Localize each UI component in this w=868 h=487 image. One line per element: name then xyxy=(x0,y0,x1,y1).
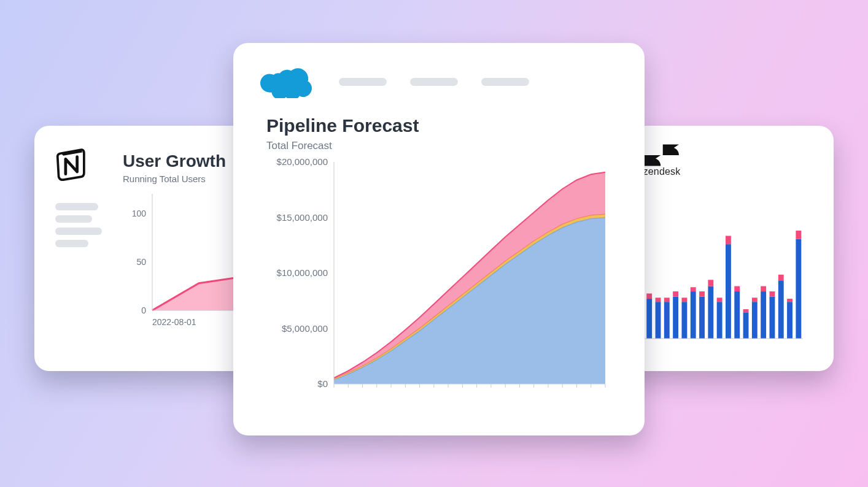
svg-rect-45 xyxy=(681,302,687,339)
svg-rect-44 xyxy=(673,291,678,297)
svg-rect-64 xyxy=(761,286,766,292)
tab-bar xyxy=(339,78,529,86)
svg-rect-53 xyxy=(717,302,723,339)
svg-rect-56 xyxy=(726,236,731,245)
svg-rect-41 xyxy=(664,302,670,339)
svg-rect-42 xyxy=(664,297,670,302)
menu-placeholder xyxy=(55,215,92,223)
svg-rect-62 xyxy=(752,297,758,302)
pipeline-forecast-chart: $0$5,000,000$10,000,000$15,000,000$20,00… xyxy=(260,157,618,405)
tab-placeholder xyxy=(339,78,387,86)
svg-rect-60 xyxy=(743,309,749,312)
svg-rect-58 xyxy=(734,286,740,292)
svg-text:$15,000,000: $15,000,000 xyxy=(277,212,328,223)
salesforce-icon xyxy=(260,65,312,98)
svg-text:$0: $0 xyxy=(317,378,328,389)
svg-text:2022-08-01: 2022-08-01 xyxy=(152,317,196,327)
svg-text:0: 0 xyxy=(141,305,146,315)
svg-rect-46 xyxy=(681,297,687,302)
svg-rect-59 xyxy=(743,312,749,339)
svg-rect-68 xyxy=(778,275,784,281)
svg-rect-72 xyxy=(796,231,801,239)
svg-rect-43 xyxy=(673,297,678,339)
svg-rect-69 xyxy=(787,302,792,339)
svg-rect-47 xyxy=(691,291,696,339)
svg-rect-71 xyxy=(796,239,801,339)
salesforce-card: Pipeline Forecast Total Forecast $0$5,00… xyxy=(233,43,645,435)
svg-rect-70 xyxy=(787,299,792,302)
svg-rect-38 xyxy=(646,294,652,299)
svg-rect-66 xyxy=(770,291,775,297)
menu-placeholder xyxy=(55,203,98,210)
pipeline-forecast-title: Pipeline Forecast xyxy=(266,115,618,136)
svg-rect-48 xyxy=(691,287,696,291)
tab-placeholder xyxy=(481,78,529,86)
svg-rect-52 xyxy=(708,280,713,286)
svg-rect-65 xyxy=(770,297,775,339)
tab-placeholder xyxy=(410,78,458,86)
svg-rect-49 xyxy=(699,297,705,339)
svg-rect-67 xyxy=(778,281,784,339)
svg-rect-37 xyxy=(646,299,652,339)
svg-rect-63 xyxy=(761,291,766,339)
svg-rect-51 xyxy=(708,286,713,339)
menu-placeholder xyxy=(55,240,88,247)
svg-rect-50 xyxy=(699,291,705,297)
svg-rect-61 xyxy=(752,302,758,339)
svg-text:$10,000,000: $10,000,000 xyxy=(277,267,328,278)
svg-rect-54 xyxy=(717,297,723,302)
svg-rect-55 xyxy=(726,244,731,339)
svg-text:$5,000,000: $5,000,000 xyxy=(282,323,328,334)
svg-text:$20,000,000: $20,000,000 xyxy=(277,157,328,167)
svg-text:100: 100 xyxy=(132,209,147,218)
zendesk-wordmark: zendesk xyxy=(643,166,681,177)
svg-rect-57 xyxy=(734,291,740,339)
pipeline-forecast-subtitle: Total Forecast xyxy=(266,140,618,152)
menu-placeholder xyxy=(55,228,102,235)
svg-text:50: 50 xyxy=(136,257,146,267)
notion-icon xyxy=(55,144,92,181)
svg-rect-39 xyxy=(656,302,661,339)
svg-rect-40 xyxy=(656,297,661,302)
